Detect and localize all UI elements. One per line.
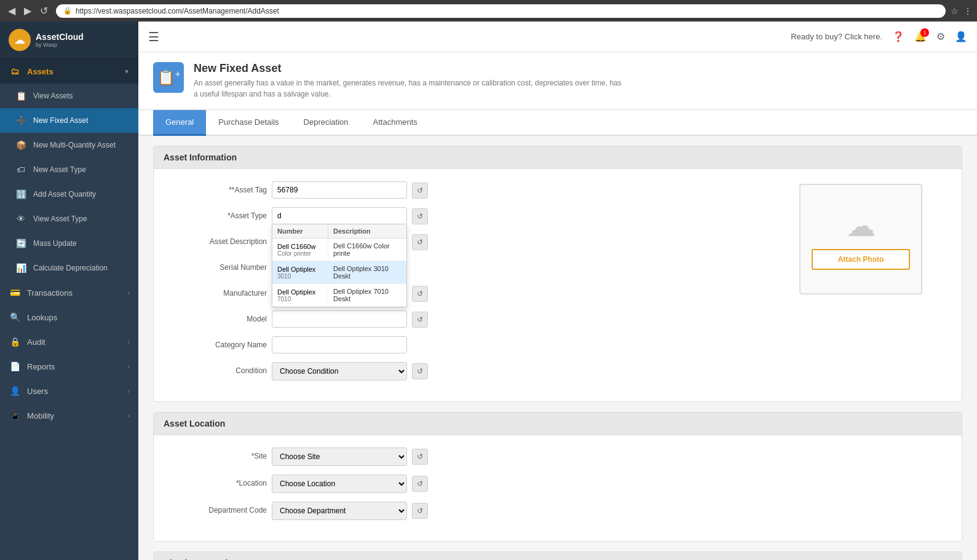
page-header-icon: 📋+ (153, 62, 184, 93)
asset-type-dropdown-wrapper: Number Description Dell C1660wColor prin… (272, 207, 407, 224)
nav-buttons[interactable]: ◀ ▶ ↺ (5, 4, 51, 18)
sidebar-item-new-asset-type[interactable]: 🏷 New Asset Type (0, 157, 138, 182)
address-bar[interactable]: 🔒 https://vest.waspassetcloud.com/AssetM… (56, 4, 946, 18)
users-icon: 👤 (9, 385, 21, 397)
sidebar-section-assets[interactable]: 🗂 Assets ▼ (0, 59, 138, 84)
logo-text: AssetCloud by Wasp (36, 32, 84, 48)
asset-type-dropdown: Number Description Dell C1660wColor prin… (272, 224, 407, 307)
add-quantity-icon: 🔢 (15, 188, 27, 200)
department-lookup-btn[interactable]: ↺ (412, 503, 428, 519)
sidebar-item-new-fixed-asset[interactable]: ➕ New Fixed Asset (0, 108, 138, 133)
tab-depreciation[interactable]: Depreciation (291, 110, 361, 136)
sidebar-item-calculate-depreciation[interactable]: 📊 Calculate Depreciation (0, 256, 138, 280)
asset-type-input[interactable] (272, 207, 407, 224)
dropdown-scroll-area[interactable]: Dell C1660wColor printer Dell C1660w Col… (272, 239, 406, 307)
location-select[interactable]: Choose Location (272, 475, 407, 493)
top-header: ☰ Ready to buy? Click here. ❓ 🔔 1 ⚙ 👤 (138, 22, 977, 52)
asset-info-body: **Asset Tag*Asset Tag ↺ *Asset Type (154, 169, 962, 401)
view-assets-icon: 📋 (15, 90, 27, 102)
page-header: 📋+ New Fixed Asset An asset generally ha… (138, 52, 977, 110)
content-area: 📋+ New Fixed Asset An asset generally ha… (138, 52, 977, 560)
page-description: An asset generally has a value in the ma… (194, 77, 624, 100)
asset-tag-lookup-btn[interactable]: ↺ (412, 183, 428, 199)
transactions-arrow: › (128, 290, 130, 296)
sidebar-item-reports[interactable]: 📄 Reports › (0, 354, 138, 379)
sidebar-item-transactions[interactable]: 💳 Transactions › (0, 280, 138, 305)
sidebar-item-new-multi-quantity[interactable]: 📦 New Multi-Quantity Asset (0, 133, 138, 157)
star-icon[interactable]: ☆ (951, 6, 959, 16)
help-icon[interactable]: ❓ (892, 31, 904, 42)
site-select[interactable]: Choose Site (272, 448, 407, 466)
dropdown-item-1[interactable]: Dell Optiplex3010 Dell Optiplex 3010 Des… (272, 261, 406, 284)
asset-type-lookup-btn[interactable]: ↺ (412, 208, 428, 224)
asset-information-section: Asset Information **Asset Tag*Asset Tag (153, 146, 962, 402)
category-input[interactable] (272, 336, 407, 353)
department-select[interactable]: Choose Department (272, 502, 407, 520)
notification-badge: 1 (920, 28, 929, 37)
section-arrow: ▼ (124, 68, 130, 75)
model-label: Model (168, 310, 267, 323)
page-title: New Fixed Asset (194, 62, 624, 75)
url-text: https://vest.waspassetcloud.com/AssetMan… (76, 7, 938, 15)
sidebar-item-lookups[interactable]: 🔍 Lookups (0, 305, 138, 329)
mobility-icon: 📱 (9, 409, 21, 422)
department-label: Department Code (168, 502, 267, 515)
manufacturer-label: Manufacturer (168, 285, 267, 298)
form-content: Asset Information **Asset Tag*Asset Tag (138, 136, 977, 560)
asset-type-label: *Asset Type (168, 207, 267, 220)
asset-tag-input[interactable] (272, 181, 407, 199)
sidebar-item-view-asset-type[interactable]: 👁 View Asset Type (0, 207, 138, 231)
header-cta-text[interactable]: Ready to buy? Click here. (791, 32, 882, 41)
sidebar-item-view-assets[interactable]: 📋 View Assets (0, 84, 138, 108)
forward-button[interactable]: ▶ (21, 4, 34, 18)
sidebar-item-mobility[interactable]: 📱 Mobility › (0, 403, 138, 428)
attach-photo-btn[interactable]: Attach Photo (812, 249, 910, 270)
hamburger-icon[interactable]: ☰ (148, 30, 159, 44)
sidebar-item-add-asset-quantity[interactable]: 🔢 Add Asset Quantity (0, 182, 138, 207)
condition-select[interactable]: Choose Condition (272, 362, 407, 381)
manufacturer-lookup-btn[interactable]: ↺ (412, 286, 428, 302)
logo-sub-text: by Wasp (36, 42, 84, 48)
asset-location-title: Asset Location (154, 412, 962, 435)
manufacturer-row: Manufacturer ↺ (168, 285, 799, 302)
user-icon[interactable]: 👤 (955, 31, 967, 42)
dropdown-item-2-num: Dell Optiplex7010 (272, 284, 328, 306)
sidebar-item-audit[interactable]: 🔒 Audit › (0, 329, 138, 354)
asset-desc-lookup-btn[interactable]: ↺ (412, 234, 428, 250)
condition-lookup-btn[interactable]: ↺ (412, 363, 428, 379)
dropdown-item-1-num: Dell Optiplex3010 (272, 261, 328, 283)
dropdown-col-description: Description (328, 224, 406, 238)
tab-purchase-details[interactable]: Purchase Details (206, 110, 291, 136)
upload-cloud-icon: ☁ (846, 208, 876, 243)
location-lookup-btn[interactable]: ↺ (412, 476, 428, 492)
location-row: *Location Choose Location ↺ (168, 475, 947, 493)
refresh-button[interactable]: ↺ (37, 4, 51, 18)
mass-update-icon: 🔄 (15, 237, 27, 250)
notification-icon[interactable]: 🔔 1 (914, 31, 927, 42)
settings-icon[interactable]: ⚙ (936, 31, 945, 42)
site-lookup-btn[interactable]: ↺ (412, 449, 428, 465)
logo-icon: ☁ (9, 29, 31, 51)
model-lookup-btn[interactable]: ↺ (412, 312, 428, 328)
header-right: Ready to buy? Click here. ❓ 🔔 1 ⚙ 👤 (791, 31, 967, 42)
model-input[interactable] (272, 310, 407, 328)
dropdown-item-2[interactable]: Dell Optiplex7010 Dell Optiplex 7010 Des… (272, 284, 406, 307)
condition-label: Condition (168, 362, 267, 375)
asset-location-section: Asset Location *Site Choose Site ↺ (153, 412, 962, 542)
ssl-icon: 🔒 (63, 7, 72, 15)
assets-submenu: 📋 View Assets ➕ New Fixed Asset 📦 New Mu… (0, 84, 138, 280)
site-label: *Site (168, 448, 267, 460)
tab-general[interactable]: General (153, 110, 206, 136)
dropdown-item-2-desc: Dell Optiplex 7010 Deskt (328, 284, 406, 306)
menu-icon[interactable]: ⋮ (963, 6, 972, 16)
tab-attachments[interactable]: Attachments (361, 110, 430, 136)
browser-chrome: ◀ ▶ ↺ 🔒 https://vest.waspassetcloud.com/… (0, 0, 977, 22)
transactions-icon: 💳 (9, 286, 21, 299)
back-button[interactable]: ◀ (5, 4, 18, 18)
location-label: *Location (168, 475, 267, 487)
sidebar-item-users[interactable]: 👤 Users › (0, 379, 138, 403)
condition-row: Condition Choose Condition ↺ (168, 362, 799, 381)
asset-location-body: *Site Choose Site ↺ *Location Choose Loc… (154, 435, 962, 541)
sidebar-item-mass-update[interactable]: 🔄 Mass Update (0, 231, 138, 256)
dropdown-item-0[interactable]: Dell C1660wColor printer Dell C1660w Col… (272, 239, 406, 261)
